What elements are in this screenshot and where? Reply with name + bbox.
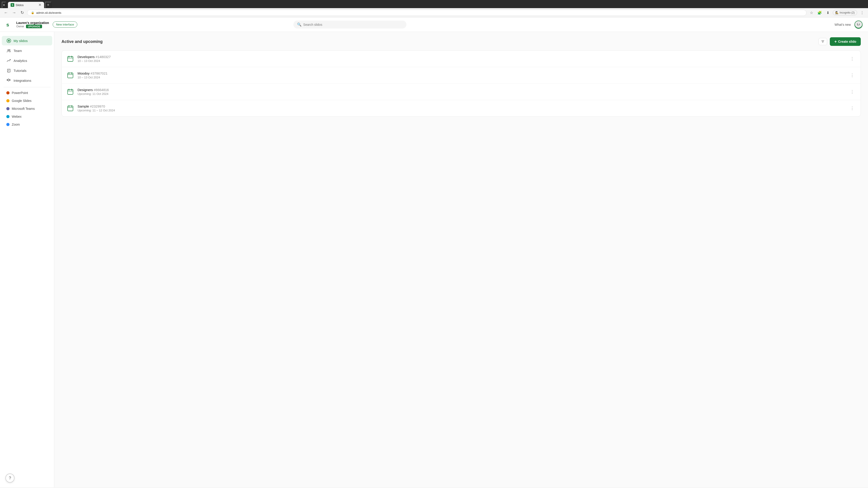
event-item-designers[interactable]: Designers #8664816 Upcoming: 11 Oct 2024… — [62, 84, 861, 100]
event-info-designers: Designers #8664816 Upcoming: 11 Oct 2024 — [78, 88, 845, 96]
browser-tab-active[interactable]: S Slidos ✕ — [8, 2, 44, 8]
lock-icon: 🔒 — [31, 11, 34, 14]
event-title-designers: Designers — [78, 88, 93, 92]
sidebar-item-analytics[interactable]: Analytics — [2, 56, 52, 65]
browser-chrome: ▾ S Slidos ✕ + ← → ↻ 🔒 admin.sli.do/even… — [0, 0, 868, 18]
svg-point-5 — [7, 39, 11, 43]
powerpoint-dot — [6, 91, 9, 94]
event-id-developers: #1480327 — [96, 55, 111, 59]
event-date-sample: Upcoming: 11 – 12 Oct 2024 — [78, 109, 845, 112]
new-interface-button[interactable]: New interface — [53, 22, 77, 28]
event-id-moodoy: #37867021 — [91, 71, 107, 75]
avatar-svg: Lr — [855, 21, 863, 29]
help-button[interactable]: ? — [5, 474, 14, 483]
filter-button[interactable] — [818, 38, 827, 45]
address-bar[interactable]: 🔒 admin.sli.do/events — [27, 10, 807, 16]
integration-item-microsoft-teams[interactable]: Microsoft Teams — [2, 105, 52, 112]
incognito-icon: 🕵 — [835, 11, 839, 14]
svg-text:Lr: Lr — [857, 23, 860, 26]
sidebar-item-analytics-label: Analytics — [13, 59, 27, 63]
event-more-button-sample[interactable]: ⋮ — [848, 105, 856, 111]
event-item-sample[interactable]: Sample #2329970 Upcoming: 11 – 12 Oct 20… — [62, 100, 861, 116]
sidebar-item-team-label: Team — [13, 49, 22, 53]
org-role: Owner UPGRADE — [16, 25, 49, 28]
main-content: My slidos Team — [0, 32, 868, 487]
section-title: Active and upcoming — [61, 39, 103, 44]
app-wrapper: s Lauren's organization Owner UPGRADE Ne… — [0, 18, 868, 487]
integration-item-webex[interactable]: Webex — [2, 113, 52, 121]
download-button[interactable]: ⬇ — [825, 9, 831, 16]
tab-favicon: S — [11, 3, 14, 7]
create-icon: + — [834, 39, 837, 43]
url-text: admin.sli.do/events — [36, 11, 61, 14]
event-more-button-moodoy[interactable]: ⋮ — [848, 72, 856, 78]
section-header: Active and upcoming + Create slido — [61, 37, 861, 46]
tab-close-button[interactable]: ✕ — [38, 3, 41, 7]
svg-rect-17 — [68, 57, 73, 61]
forward-button[interactable]: → — [11, 9, 17, 16]
event-date-moodoy: 10 – 13 Oct 2024 — [78, 76, 845, 79]
menu-button[interactable]: ⋮ — [859, 9, 865, 16]
nav-divider — [4, 87, 51, 87]
header-actions: + Create slido — [818, 37, 861, 46]
svg-point-10 — [8, 50, 9, 51]
sidebar-item-tutorials-label: Tutorials — [13, 69, 26, 72]
integration-item-google-slides[interactable]: Google Slides — [2, 97, 52, 105]
integration-zoom-label: Zoom — [12, 123, 20, 126]
browser-tabs: ▾ S Slidos ✕ + — [0, 0, 868, 8]
help-button-wrap: ? — [5, 474, 14, 483]
integration-google-slides-label: Google Slides — [12, 99, 31, 103]
event-more-button-designers[interactable]: ⋮ — [848, 88, 856, 95]
org-name: Lauren's organization — [16, 21, 49, 25]
extensions-button[interactable]: 🧩 — [816, 9, 823, 16]
zoom-dot — [6, 123, 9, 126]
upgrade-button[interactable]: UPGRADE — [26, 25, 42, 28]
tab-list-button[interactable]: ▾ — [2, 2, 6, 8]
bookmark-button[interactable]: ☆ — [808, 9, 815, 16]
event-title-developers: Developers — [78, 55, 95, 59]
integration-item-powerpoint[interactable]: PowerPoint — [2, 89, 52, 97]
back-button[interactable]: ← — [3, 9, 9, 16]
search-input[interactable] — [303, 23, 403, 26]
sidebar-item-team[interactable]: Team — [2, 46, 52, 55]
svg-rect-6 — [8, 40, 9, 41]
users-icon — [6, 48, 11, 53]
user-avatar[interactable]: Lr — [855, 21, 863, 29]
content-area: Active and upcoming + Create slido — [54, 32, 868, 487]
webex-dot — [6, 115, 9, 118]
book-icon — [6, 68, 11, 73]
sidebar-item-my-slidos[interactable]: My slidos — [2, 36, 52, 45]
event-name-sample: Sample #2329970 — [78, 104, 845, 108]
upcoming-label-sample: Upcoming: — [78, 109, 92, 112]
integration-item-zoom[interactable]: Zoom — [2, 121, 52, 128]
browser-toolbar: ← → ↻ 🔒 admin.sli.do/events ☆ 🧩 ⬇ 🕵 Inco… — [0, 8, 868, 18]
event-info-developers: Developers #1480327 10 – 13 Oct 2024 — [78, 55, 845, 63]
integration-powerpoint-label: PowerPoint — [12, 91, 28, 95]
logo-area: s Lauren's organization Owner UPGRADE — [5, 20, 49, 29]
filter-icon — [821, 40, 825, 43]
search-icon: 🔍 — [297, 22, 302, 27]
trending-up-icon — [6, 58, 11, 63]
whats-new-button[interactable]: What's new — [835, 23, 851, 26]
svg-rect-7 — [9, 40, 10, 41]
event-name-moodoy: Moodoy #37867021 — [78, 71, 845, 75]
svg-rect-25 — [68, 90, 73, 94]
new-tab-button[interactable]: + — [45, 2, 51, 8]
event-id-designers: #8664816 — [94, 88, 109, 92]
sidebar: My slidos Team — [0, 32, 54, 487]
svg-rect-8 — [8, 41, 9, 42]
incognito-button[interactable]: 🕵 Incognito (2) — [833, 10, 857, 15]
avatar-initials: Lr — [855, 21, 863, 29]
event-more-button-developers[interactable]: ⋮ — [848, 55, 856, 62]
refresh-button[interactable]: ↻ — [19, 9, 25, 16]
event-item-moodoy[interactable]: Moodoy #37867021 10 – 13 Oct 2024 ⋮ — [62, 67, 861, 84]
header-right: What's new Lr — [835, 21, 863, 29]
sidebar-item-integrations[interactable]: Integrations — [2, 76, 52, 85]
create-slido-button[interactable]: + Create slido — [830, 37, 861, 46]
slido-logo: s — [5, 20, 14, 29]
org-info: Lauren's organization Owner UPGRADE — [16, 21, 49, 28]
sidebar-item-tutorials[interactable]: Tutorials — [2, 66, 52, 75]
svg-rect-21 — [68, 73, 73, 78]
owner-label: Owner — [16, 25, 24, 28]
event-item-developers[interactable]: Developers #1480327 10 – 13 Oct 2024 ⋮ — [62, 51, 861, 67]
